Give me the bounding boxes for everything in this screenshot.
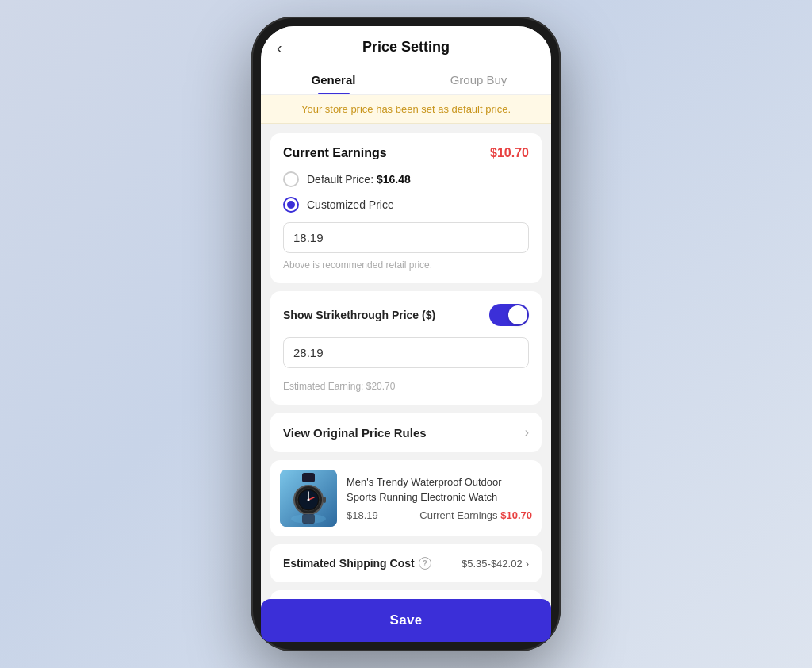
product-name: Men's Trendy Waterproof Outdoor Sports R… (347, 475, 532, 504)
header: ‹ Price Setting (261, 26, 551, 65)
view-rules-label: View Original Price Rules (283, 426, 427, 440)
chevron-right-icon: › (525, 425, 529, 440)
default-price-option[interactable]: Default Price: $16.48 (283, 171, 529, 187)
info-icon: ? (419, 557, 431, 570)
save-button[interactable]: Save (261, 599, 551, 642)
tab-group-buy[interactable]: Group Buy (406, 65, 551, 94)
product-card: Men's Trendy Waterproof Outdoor Sports R… (270, 460, 542, 536)
product-earnings: Current Earnings $10.70 (419, 509, 532, 521)
earnings-value: $10.70 (490, 146, 529, 160)
earnings-card: Current Earnings $10.70 Default Price: $… (270, 133, 542, 283)
svg-point-10 (291, 514, 326, 524)
customized-price-radio[interactable] (283, 197, 299, 213)
svg-rect-9 (323, 497, 326, 503)
svg-rect-1 (302, 473, 315, 482)
price-hint: Above is recommended retail price. (283, 259, 529, 271)
strikethrough-label: Show Strikethrough Price ($) (283, 309, 435, 321)
view-rules-card[interactable]: View Original Price Rules › (270, 413, 542, 452)
tab-general[interactable]: General (261, 65, 406, 94)
earnings-label: Current Earnings (283, 146, 387, 160)
shipping-value: $5.35-$42.02 › (462, 558, 529, 570)
phone-shell: ‹ Price Setting General Group Buy Your s… (251, 17, 561, 651)
phone-screen: ‹ Price Setting General Group Buy Your s… (261, 26, 551, 642)
strikethrough-card: Show Strikethrough Price ($) Estimated E… (270, 291, 542, 405)
default-price-radio[interactable] (283, 171, 299, 187)
back-button[interactable]: ‹ (277, 39, 282, 57)
product-image (280, 470, 337, 527)
product-info: Men's Trendy Waterproof Outdoor Sports R… (347, 475, 532, 520)
default-price-value: $16.48 (377, 173, 411, 186)
customized-price-option[interactable]: Customized Price (283, 197, 529, 213)
estimated-earning: Estimated Earning: $20.70 (283, 381, 529, 392)
shipping-label: Estimated Shipping Cost ? (283, 557, 431, 570)
radio-inner (287, 201, 295, 209)
tabs-bar: General Group Buy (261, 65, 551, 95)
customized-price-label: Customized Price (307, 198, 394, 211)
customized-price-input[interactable] (283, 222, 529, 253)
shipping-chevron: › (526, 558, 529, 570)
strikethrough-toggle[interactable] (489, 304, 529, 326)
banner-message: Your store price has been set as default… (261, 95, 551, 124)
save-bar: Save (261, 599, 551, 642)
product-price: $18.19 (347, 509, 378, 521)
svg-point-7 (308, 499, 310, 501)
page-title: Price Setting (362, 39, 450, 65)
shipping-row[interactable]: Estimated Shipping Cost ? $5.35-$42.02 › (270, 544, 542, 582)
scroll-content: Current Earnings $10.70 Default Price: $… (261, 124, 551, 642)
product-earnings-value: $10.70 (500, 509, 532, 521)
default-price-label: Default Price: $16.48 (307, 173, 411, 186)
strikethrough-price-input[interactable] (283, 337, 529, 368)
toggle-knob (508, 305, 527, 324)
